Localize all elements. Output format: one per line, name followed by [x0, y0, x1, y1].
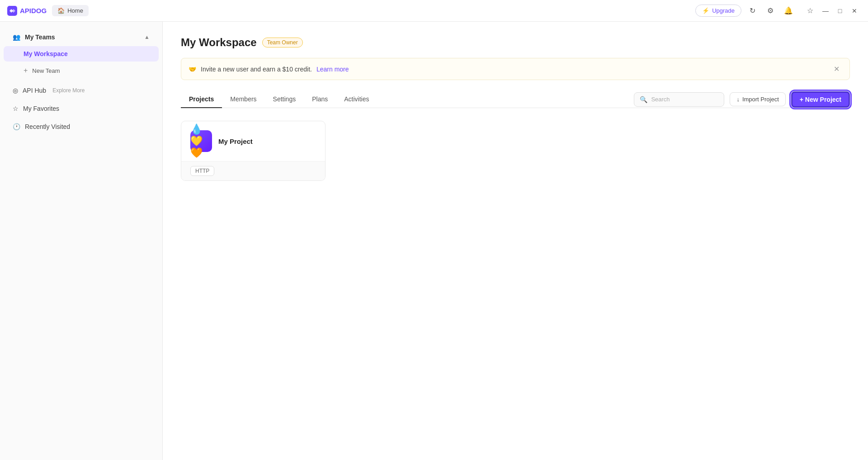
- invite-banner: 🤝 Invite a new user and earn a $10 credi…: [181, 58, 850, 80]
- import-project-label: Import Project: [742, 96, 779, 103]
- upgrade-icon: ⚡: [702, 7, 709, 14]
- chevron-up-icon: ▲: [144, 34, 150, 40]
- sidebar-item-new-team[interactable]: + New Team: [4, 62, 159, 79]
- tab-members[interactable]: Members: [222, 91, 264, 108]
- api-hub-label: API Hub: [23, 87, 46, 94]
- tab-activities[interactable]: Activities: [336, 91, 377, 108]
- minimize-icon: —: [822, 7, 829, 14]
- titlebar: APIDOG 🏠 Home ⚡ Upgrade ↻ ⚙ 🔔 ☆ —: [0, 0, 868, 22]
- settings-button[interactable]: ⚙: [763, 4, 778, 18]
- api-hub-icon: ◎: [13, 87, 18, 94]
- close-button[interactable]: ✕: [848, 5, 861, 17]
- my-teams-header[interactable]: 👥 My Teams ▲: [4, 29, 159, 45]
- tabs-actions: 🔍 ↓ Import Project + New Project: [634, 91, 850, 108]
- maximize-icon: □: [838, 7, 842, 14]
- recently-visited-label: Recently Visited: [25, 123, 70, 130]
- banner-close-button[interactable]: ✕: [831, 64, 842, 74]
- close-icon: ✕: [852, 7, 857, 14]
- refresh-button[interactable]: ↻: [745, 4, 760, 18]
- clock-icon: 🕐: [13, 123, 20, 130]
- project-icon: 💧💛🧡: [190, 130, 212, 152]
- upgrade-label: Upgrade: [712, 7, 735, 14]
- bookmark-icon: ☆: [807, 6, 813, 15]
- notifications-button[interactable]: 🔔: [781, 4, 796, 18]
- bookmark-button[interactable]: ☆: [803, 4, 817, 18]
- upgrade-button[interactable]: ⚡ Upgrade: [695, 5, 741, 17]
- invite-banner-content: 🤝 Invite a new user and earn a $10 credi…: [189, 66, 349, 73]
- titlebar-right: ⚡ Upgrade ↻ ⚙ 🔔 ☆ — □ ✕: [695, 4, 861, 18]
- tab-settings[interactable]: Settings: [265, 91, 304, 108]
- my-teams-title-group: 👥 My Teams: [13, 33, 55, 41]
- titlebar-left: APIDOG 🏠 Home: [7, 5, 89, 16]
- home-tab[interactable]: 🏠 Home: [52, 5, 89, 16]
- project-card-bottom: HTTP: [181, 161, 325, 180]
- window-controls: ☆ — □ ✕: [803, 4, 861, 18]
- plus-icon: +: [24, 66, 28, 75]
- project-name: My Project: [218, 138, 253, 145]
- project-emoji: 💧💛🧡: [190, 123, 212, 159]
- tabs-bar: Projects Members Settings Plans Activiti…: [181, 91, 850, 108]
- logo-icon: [7, 6, 17, 16]
- home-tab-label: Home: [67, 7, 83, 14]
- sidebar: 👥 My Teams ▲ My Workspace + New Team ◎ A…: [0, 22, 163, 460]
- my-workspace-label: My Workspace: [24, 50, 68, 57]
- maximize-button[interactable]: □: [834, 5, 846, 17]
- close-icon: ✕: [834, 65, 840, 73]
- sidebar-item-recently-visited[interactable]: 🕐 Recently Visited: [4, 119, 159, 135]
- invite-emoji-icon: 🤝: [189, 66, 196, 73]
- search-input[interactable]: [651, 96, 718, 103]
- new-project-button[interactable]: + New Project: [791, 91, 850, 108]
- main-content: My Workspace Team Owner 🤝 Invite a new u…: [163, 22, 868, 460]
- people-icon: 👥: [13, 33, 20, 41]
- sidebar-item-api-hub[interactable]: ◎ API Hub Explore More: [4, 82, 159, 99]
- import-icon: ↓: [736, 96, 740, 103]
- search-box[interactable]: 🔍: [634, 92, 724, 107]
- tabs-list: Projects Members Settings Plans Activiti…: [181, 91, 377, 108]
- app-body: 👥 My Teams ▲ My Workspace + New Team ◎ A…: [0, 22, 868, 460]
- refresh-icon: ↻: [750, 6, 755, 15]
- my-favorites-label: My Favorites: [23, 105, 59, 112]
- projects-grid: 💧💛🧡 My Project HTTP: [181, 121, 850, 181]
- my-teams-label: My Teams: [25, 33, 55, 41]
- sidebar-item-my-favorites[interactable]: ☆ My Favorites: [4, 100, 159, 117]
- bell-icon: 🔔: [784, 6, 793, 15]
- tab-projects[interactable]: Projects: [181, 91, 222, 108]
- star-icon: ☆: [13, 105, 19, 112]
- sidebar-item-my-workspace[interactable]: My Workspace: [4, 46, 159, 62]
- team-owner-badge: Team Owner: [262, 38, 303, 47]
- project-type-badge: HTTP: [190, 166, 214, 176]
- app-name: APIDOG: [20, 7, 47, 14]
- new-team-label: New Team: [32, 67, 60, 74]
- tab-plans[interactable]: Plans: [304, 91, 336, 108]
- home-icon: 🏠: [57, 7, 65, 14]
- app-logo[interactable]: APIDOG: [7, 6, 47, 16]
- page-header: My Workspace Team Owner: [181, 36, 850, 49]
- api-hub-secondary: Explore More: [52, 87, 85, 94]
- minimize-button[interactable]: —: [819, 5, 832, 17]
- search-icon: 🔍: [640, 96, 647, 103]
- project-card-my-project[interactable]: 💧💛🧡 My Project HTTP: [181, 121, 326, 181]
- project-card-top: 💧💛🧡 My Project: [181, 121, 325, 161]
- gear-icon: ⚙: [767, 6, 774, 15]
- my-teams-section: 👥 My Teams ▲ My Workspace + New Team: [0, 29, 162, 80]
- invite-text: Invite a new user and earn a $10 credit.: [201, 66, 312, 73]
- import-project-button[interactable]: ↓ Import Project: [730, 92, 785, 106]
- new-project-label: + New Project: [800, 96, 841, 103]
- page-title: My Workspace: [181, 36, 257, 49]
- invite-learn-more-link[interactable]: Learn more: [316, 66, 349, 73]
